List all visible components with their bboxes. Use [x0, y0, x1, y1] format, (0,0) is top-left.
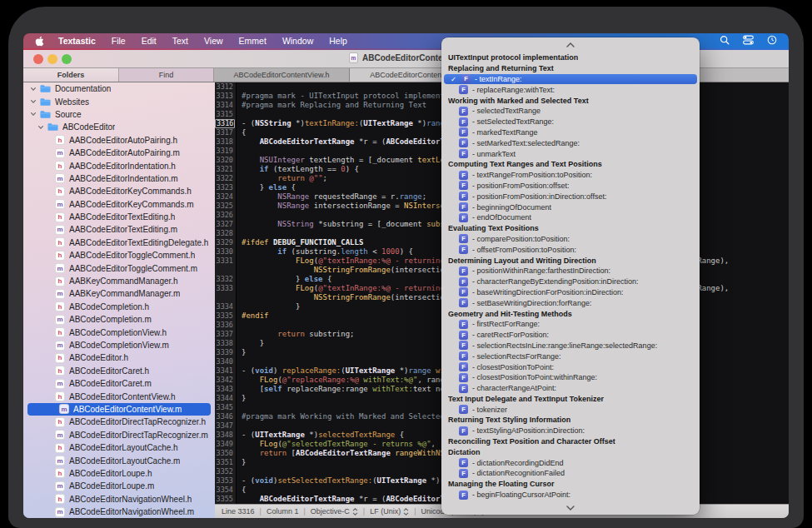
sidebar-file-aabcodeeditorindentation.h[interactable]: hAABCodeEditorIndentation.h	[23, 159, 215, 172]
code-line[interactable]	[237, 403, 242, 412]
symbol-item-beginningofdocument[interactable]: ✓F- beginningOfDocument	[441, 202, 700, 212]
sidebar-file-abcodeeditordirecttaprecognizer.m[interactable]: mABCodeEditorDirectTapRecognizer.m	[23, 429, 215, 441]
tab-editor-header-file[interactable]: ABCodeEditorContentView.h	[214, 68, 350, 82]
symbol-item-setselectedtextrange[interactable]: ✓F- setSelectedTextRange:	[441, 117, 700, 127]
control-center-icon[interactable]	[743, 35, 754, 47]
status-objective-c[interactable]: Objective-C	[311, 507, 358, 516]
sidebar-file-abcodeeditorcaret.h[interactable]: hABCodeEditorCaret.h	[23, 365, 215, 377]
symbol-item-dictationrecognitionfailed[interactable]: ✓F- dictationRecognitionFailed	[441, 468, 700, 479]
sidebar-file-abcodeeditorcaret.m[interactable]: mABCodeEditorCaret.m	[23, 377, 215, 390]
sidebar-file-aabcodeeditorkeycommands.h[interactable]: hAABCodeEditorKeyCommands.h	[23, 185, 215, 197]
sidebar-folder-source[interactable]: Source	[23, 108, 215, 121]
tab-find[interactable]: Find	[119, 68, 214, 82]
status-lf-unix-[interactable]: LF (Unix)	[370, 507, 409, 516]
symbol-item-selectionrectsinlinerangelinerangeselectedrange[interactable]: ✓F- selectionRectsInLine:range:lineRange…	[441, 341, 700, 351]
sidebar-file-aabcodeeditorautopairing.h[interactable]: hAABCodeEditorAutoPairing.h	[23, 134, 215, 147]
symbol-item-textinrange[interactable]: ✓F- textInRange:	[444, 74, 697, 85]
code-line[interactable]: #pragma mark - UITextInput protocol impl…	[237, 92, 467, 101]
code-line[interactable]: if (textLength == 0) {	[237, 165, 359, 174]
symbol-item-positionwithinrangefarthestindirection[interactable]: ✓F- positionWithinRange:farthestInDirect…	[441, 266, 700, 276]
code-line[interactable]	[237, 229, 242, 238]
symbol-item-textstylingatpositionindirection[interactable]: ✓F- textStylingAtPosition:inDirection:	[441, 426, 700, 436]
code-line[interactable]	[237, 82, 242, 92]
code-line[interactable]	[237, 147, 242, 156]
sidebar-file-abcodecompletion.h[interactable]: hABCodeCompletion.h	[23, 301, 215, 313]
disclosure-chevron-icon[interactable]	[29, 111, 37, 117]
sidebar-file-abcodeeditornavigationwheel.m[interactable]: mABCodeEditorNavigationWheel.m	[23, 506, 215, 518]
menu-textastic[interactable]: Textastic	[58, 36, 96, 46]
symbol-item-replacerangewithtext[interactable]: ✓F- replaceRange:withText:	[441, 84, 700, 95]
symbol-item-characterrangeatpoint[interactable]: ✓F- characterRangeAtPoint:	[441, 383, 700, 394]
code-line[interactable]: {	[237, 486, 246, 495]
code-line[interactable]: - (void)setSelectedTextRange:(UITextRang…	[237, 476, 463, 486]
symbol-item-dictationrecordingdidend[interactable]: ✓F- dictationRecordingDidEnd	[441, 457, 700, 468]
stepper-icon[interactable]	[403, 508, 409, 516]
disclosure-chevron-icon[interactable]	[29, 86, 37, 92]
symbol-item-selectionrectsforrange[interactable]: ✓F- selectionRectsForRange:	[441, 351, 700, 361]
symbol-item-characterrangebyextendingpositionindirection[interactable]: ✓F- characterRangeByExtendingPosition:in…	[441, 276, 700, 287]
sidebar-folder-abcodeeditor[interactable]: ABCodeEditor	[23, 121, 215, 133]
disclosure-chevron-icon[interactable]	[37, 124, 44, 131]
sidebar-file-abcodeeditorcontentview.m[interactable]: mABCodeEditorContentView.m	[27, 403, 211, 416]
code-line[interactable]: }	[237, 348, 246, 357]
sidebar-file-aabcodeeditortextediting.h[interactable]: hAABCodeEditorTextEditing.h	[23, 211, 215, 223]
symbol-item-unmarktext[interactable]: ✓F- unmarkText	[441, 148, 700, 159]
symbol-item-closestpositiontopoint[interactable]: ✓F- closestPositionToPoint:	[441, 361, 700, 372]
symbol-item-endofdocument[interactable]: ✓F- endOfDocument	[441, 212, 700, 223]
sidebar-file-abcodecompletionview.m[interactable]: mABCodeCompletionView.m	[23, 339, 215, 351]
apple-menu-icon[interactable]	[35, 36, 44, 47]
sidebar-file-aabcodeeditorkeycommands.m[interactable]: mAABCodeEditorKeyCommands.m	[23, 198, 215, 211]
code-line[interactable]: NSRange requestedRange = r.range;	[237, 192, 426, 202]
symbol-item-comparepositiontoposition[interactable]: ✓F- comparePosition:toPosition:	[441, 234, 700, 245]
sidebar-file-abcodeeditorlayoutcache.m[interactable]: mABCodeEditorLayoutCache.m	[23, 454, 215, 466]
code-line[interactable]: }	[237, 302, 300, 311]
sidebar-file-abcodeeditorcontentview.h[interactable]: hABCodeEditorContentView.h	[23, 390, 215, 402]
sidebar-folder-documentation[interactable]: Documentation	[23, 82, 215, 95]
code-line[interactable]: }	[237, 394, 246, 403]
symbol-item-tokenizer[interactable]: ✓F- tokenizer	[441, 404, 700, 415]
symbol-item-beginfloatingcursoratpoint[interactable]: ✓F- beginFloatingCursorAtPoint:	[441, 490, 700, 501]
sidebar-file-abcodecompletionview.h[interactable]: hABCodeCompletionView.h	[23, 326, 215, 338]
code-line[interactable]: #pragma mark Working with Marked and Sel…	[237, 412, 467, 421]
clock-icon[interactable]	[767, 35, 777, 47]
symbol-item-caretrectforposition[interactable]: ✓F- caretRectForPosition:	[441, 330, 700, 341]
search-icon[interactable]	[720, 35, 730, 47]
code-line[interactable]	[237, 467, 242, 476]
menu-emmet[interactable]: Emmet	[239, 36, 267, 46]
symbol-item-positionfrompositionindirectionoffset[interactable]: ✓F- positionFromPosition:inDirection:off…	[441, 191, 700, 202]
code-line[interactable]: }	[237, 339, 264, 348]
menu-file[interactable]: File	[112, 36, 126, 46]
sidebar-file-aabcodeeditorindentation.m[interactable]: mAABCodeEditorIndentation.m	[23, 172, 215, 185]
scroll-down-indicator[interactable]	[441, 501, 700, 515]
menu-text[interactable]: Text	[172, 36, 188, 46]
sidebar-file-abcodeeditorloupe.m[interactable]: mABCodeEditorLoupe.m	[23, 480, 215, 492]
sidebar-file-aabkeycommandmanager.h[interactable]: hAABKeyCommandManager.h	[23, 275, 215, 287]
zoom-window-button[interactable]	[62, 54, 72, 64]
code-line[interactable]: return substring;	[237, 330, 354, 339]
code-line[interactable]: - (UITextRange *)selectedTextRange {	[237, 431, 404, 440]
tab-folders[interactable]: Folders	[23, 68, 119, 82]
code-line[interactable]: NSUInteger textLength = [_document textL…	[237, 156, 471, 165]
code-line[interactable]: #ifdef DEBUG_FUNCTION_CALLS	[237, 238, 363, 247]
menu-view[interactable]: View	[204, 36, 223, 46]
sidebar-file-aabcodeeditortextediting.m[interactable]: mAABCodeEditorTextEditing.m	[23, 223, 215, 236]
stepper-icon[interactable]	[352, 508, 358, 516]
menu-help[interactable]: Help	[329, 36, 347, 46]
code-line[interactable]: - (NSString *)textInRange:(UITextRange *…	[237, 119, 449, 128]
sidebar-file-aabcodeeditortexteditingdelegate.h[interactable]: hAABCodeEditorTextEditingDelegate.h	[23, 237, 215, 249]
code-line[interactable]: #pragma mark Replacing and Returning Tex…	[237, 101, 426, 110]
code-line[interactable]	[237, 110, 242, 119]
symbol-item-setmarkedtextselectedrange[interactable]: ✓F- setMarkedText:selectedRange:	[441, 137, 700, 148]
symbol-item-firstrectforrange[interactable]: ✓F- firstRectForRange:	[441, 319, 700, 330]
scroll-up-indicator[interactable]	[441, 37, 700, 52]
menu-window[interactable]: Window	[282, 36, 313, 46]
code-line[interactable]: return @"";	[237, 174, 327, 183]
minimize-window-button[interactable]	[47, 54, 57, 64]
code-line[interactable]: #endif	[237, 311, 269, 321]
sidebar-file-aabcodeeditortogglecomment.h[interactable]: hAABCodeEditorToggleComment.h	[23, 249, 215, 262]
symbol-item-positionfrompositionoffset[interactable]: ✓F- positionFromPosition:offset:	[441, 181, 700, 192]
sidebar-file-abcodecompletion.m[interactable]: mABCodeCompletion.m	[23, 313, 215, 326]
file-tree-sidebar[interactable]: DocumentationWebsitesSourceABCodeEditorh…	[23, 82, 215, 518]
sidebar-file-abcodeeditornavigationwheel.h[interactable]: hABCodeEditorNavigationWheel.h	[23, 493, 215, 506]
code-line[interactable]: {	[237, 128, 246, 137]
